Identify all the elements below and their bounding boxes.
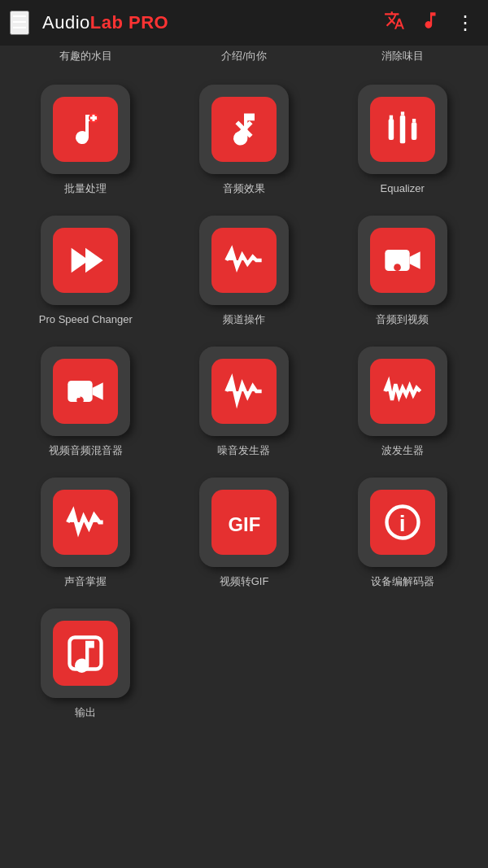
icon-card-output <box>41 608 130 698</box>
icon-card-equalizer <box>358 85 447 174</box>
icon-card-sound-mastery <box>41 478 130 567</box>
title-pro: PRO <box>123 12 168 33</box>
label-audio-effects: 音频效果 <box>223 182 265 196</box>
icon-card-noise-generator <box>199 347 289 436</box>
menu-button[interactable]: ☰ <box>10 11 29 35</box>
icon-card-device-codec: i <box>358 478 447 567</box>
title-audio: Audio <box>42 12 90 33</box>
icon-card-batch-processing <box>41 85 130 174</box>
grid-item-audio-effects[interactable]: 音频效果 <box>165 76 324 207</box>
grid-item-noise-generator[interactable]: 噪音发生器 <box>165 338 324 469</box>
svg-marker-14 <box>409 251 420 269</box>
svg-rect-5 <box>388 119 394 140</box>
icon-card-video-to-gif: GIF <box>199 478 289 567</box>
icon-inner-channel-ops <box>211 228 277 293</box>
icon-card-video-audio-mixer <box>41 347 130 436</box>
label-pro-speed-changer: Pro Speed Changer <box>39 313 133 327</box>
more-options-button[interactable]: ⋮ <box>452 8 478 37</box>
grid-item-wave-generator[interactable]: 波发生器 <box>323 338 481 469</box>
label-sound-mastery: 声音掌握 <box>64 575 107 589</box>
icon-inner-video-audio-mixer <box>53 359 118 424</box>
music-note-button[interactable] <box>416 7 444 39</box>
partial-label-1: 有趣的水目 <box>7 49 165 70</box>
svg-marker-17 <box>93 382 103 400</box>
svg-text:i: i <box>399 511 405 536</box>
svg-rect-7 <box>411 122 416 140</box>
label-output: 输出 <box>75 706 96 720</box>
icon-inner-sound-mastery <box>53 490 118 555</box>
icon-inner-audio-to-video <box>370 228 435 293</box>
grid-item-device-codec[interactable]: i 设备编解码器 <box>323 469 481 600</box>
icon-inner-wave-generator <box>370 359 435 424</box>
icon-inner-noise-generator <box>211 359 277 424</box>
label-wave-generator: 波发生器 <box>381 444 424 458</box>
grid-item-channel-ops[interactable]: 频道操作 <box>165 207 324 338</box>
app-header: ☰ AudioLab PRO ⋮ <box>0 0 488 46</box>
label-channel-ops: 频道操作 <box>223 313 265 327</box>
label-audio-to-video: 音频到视频 <box>376 313 429 327</box>
grid-item-video-audio-mixer[interactable]: 视频音频混音器 <box>7 338 165 469</box>
icon-inner-video-to-gif: GIF <box>211 490 277 555</box>
feature-grid: 批量处理 音频效果 <box>0 70 488 737</box>
grid-item-equalizer[interactable]: Equalizer <box>323 76 481 207</box>
translate-button[interactable] <box>381 7 408 39</box>
grid-item-batch-processing[interactable]: 批量处理 <box>7 76 165 207</box>
icon-inner-equalizer <box>370 97 435 162</box>
svg-rect-6 <box>399 116 405 144</box>
label-video-audio-mixer: 视频音频混音器 <box>49 444 123 458</box>
grid-item-pro-speed-changer[interactable]: Pro Speed Changer <box>7 207 165 338</box>
label-video-to-gif: 视频转GIF <box>220 575 269 589</box>
icon-card-audio-effects <box>199 85 289 174</box>
grid-item-video-to-gif[interactable]: GIF 视频转GIF <box>165 469 324 600</box>
svg-marker-12 <box>85 248 103 273</box>
icon-card-audio-to-video <box>358 216 447 305</box>
app-title: AudioLab PRO <box>42 12 381 33</box>
grid-item-output[interactable]: 输出 <box>7 600 165 731</box>
grid-item-audio-to-video[interactable]: 音频到视频 <box>323 207 481 338</box>
icon-inner-audio-effects <box>211 97 277 162</box>
icon-inner-batch-processing <box>53 97 118 162</box>
icon-inner-output <box>53 621 118 686</box>
label-device-codec: 设备编解码器 <box>371 575 434 589</box>
icon-card-wave-generator <box>358 347 447 436</box>
partial-label-2: 介绍/向你 <box>165 49 324 70</box>
partial-top-row: 有趣的水目 介绍/向你 消除味目 <box>0 49 488 70</box>
svg-point-15 <box>394 264 401 271</box>
header-action-icons: ⋮ <box>381 7 478 39</box>
label-batch-processing: 批量处理 <box>64 182 107 196</box>
icon-inner-device-codec: i <box>370 490 435 555</box>
title-lab: Lab <box>90 12 124 33</box>
label-equalizer: Equalizer <box>381 182 425 196</box>
icon-inner-pro-speed-changer <box>53 228 118 293</box>
partial-label-3: 消除味目 <box>323 49 481 70</box>
icon-card-channel-ops <box>199 216 289 305</box>
icon-card-pro-speed-changer <box>41 216 130 305</box>
grid-item-sound-mastery[interactable]: 声音掌握 <box>7 469 165 600</box>
svg-text:GIF: GIF <box>228 513 260 535</box>
label-noise-generator: 噪音发生器 <box>217 444 270 458</box>
